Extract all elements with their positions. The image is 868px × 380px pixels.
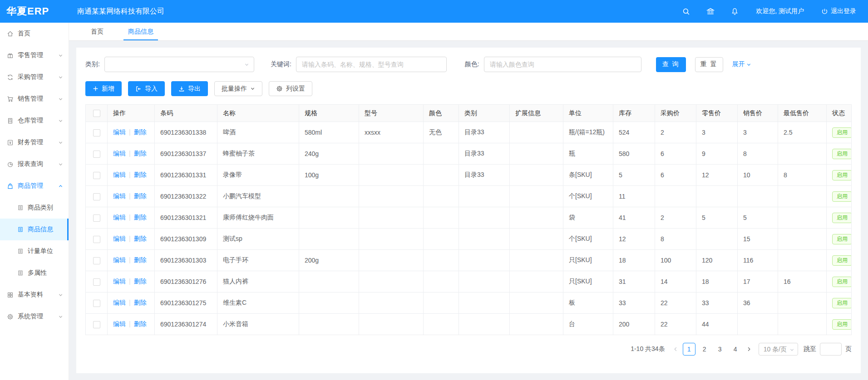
edit-link[interactable]: 编辑	[113, 150, 126, 157]
welcome-text: 欢迎您, 测试用户	[756, 7, 804, 15]
batch-actions-button[interactable]: 批量操作	[214, 81, 262, 96]
finance-icon	[7, 139, 14, 146]
tab-product-info[interactable]: 商品信息	[123, 23, 158, 40]
column-header: 条码	[155, 105, 217, 122]
page-number-1[interactable]: 1	[683, 343, 695, 356]
cell-purchase-price: 2	[655, 207, 696, 229]
sidebar-item-measure-unit[interactable]: 计量单位	[0, 240, 69, 262]
page-size-select[interactable]: 10 条/页	[759, 343, 798, 356]
cell-color	[424, 143, 459, 165]
jump-page-input[interactable]	[820, 343, 842, 356]
delete-link[interactable]: 删除	[134, 192, 147, 200]
sidebar-item-report[interactable]: 报表查询	[0, 153, 69, 175]
row-actions: 编辑|删除	[108, 292, 155, 314]
category-select[interactable]	[104, 57, 254, 72]
logout-button[interactable]: 退出登录	[821, 7, 856, 15]
delete-link[interactable]: 删除	[134, 214, 147, 221]
prev-page-button[interactable]	[670, 343, 681, 356]
search-button[interactable]: 查 询	[656, 57, 686, 72]
color-input[interactable]	[484, 57, 641, 72]
sidebar-item-sales[interactable]: 销售管理	[0, 88, 69, 110]
batch-actions-label: 批量操作	[222, 85, 247, 93]
reset-button[interactable]: 重 置	[695, 57, 723, 72]
sidebar-item-finance[interactable]: 财务管理	[0, 132, 69, 153]
sidebar-item-basic-data[interactable]: 基本资料	[0, 284, 69, 306]
row-checkbox[interactable]	[93, 278, 100, 286]
edit-link[interactable]: 编辑	[113, 192, 126, 200]
page-suffix-label: 页	[845, 345, 852, 353]
page-number-2[interactable]: 2	[698, 343, 711, 356]
cell-min-price	[778, 250, 827, 271]
sidebar-item-warehouse[interactable]: 仓库管理	[0, 110, 69, 132]
cell-color	[424, 292, 459, 314]
product-table: 操作条码名称规格型号颜色类别扩展信息单位库存采购价零售价销售价最低售价状态 编辑…	[85, 104, 852, 335]
cell-spec	[299, 207, 359, 229]
pagination: 1-10 共34条 1234 10 条/页 跳至 页	[85, 343, 852, 356]
sidebar-item-purchase[interactable]: 采购管理	[0, 66, 69, 88]
sidebar-item-label: 多属性	[28, 269, 47, 277]
sidebar-item-product-category[interactable]: 商品类别	[0, 197, 69, 219]
row-checkbox[interactable]	[93, 172, 100, 179]
cell-purchase-price: 100	[655, 250, 696, 271]
edit-link[interactable]: 编辑	[113, 278, 126, 285]
delete-link[interactable]: 删除	[134, 256, 147, 263]
delete-link[interactable]: 删除	[134, 299, 147, 306]
delete-link[interactable]: 删除	[134, 320, 147, 327]
edit-link[interactable]: 编辑	[113, 214, 126, 221]
page-number-3[interactable]: 3	[714, 343, 726, 356]
category-label: 类别:	[85, 60, 100, 68]
sidebar-item-home[interactable]: 首页	[0, 23, 69, 44]
row-checkbox[interactable]	[93, 236, 100, 243]
cell-category	[459, 207, 510, 229]
expand-link[interactable]: 展开	[732, 60, 751, 68]
row-checkbox[interactable]	[93, 257, 100, 264]
column-settings-button[interactable]: 列设置	[269, 81, 312, 96]
cell-retail-price: 3	[696, 122, 738, 143]
cell-category	[459, 186, 510, 207]
select-all-checkbox[interactable]	[93, 110, 100, 117]
page-number-4[interactable]: 4	[729, 343, 742, 356]
cell-spec	[299, 314, 359, 335]
edit-link[interactable]: 编辑	[113, 256, 126, 263]
edit-link[interactable]: 编辑	[113, 171, 126, 178]
row-checkbox[interactable]	[93, 321, 100, 328]
company-name: 南通某某网络科技有限公司	[77, 7, 164, 16]
edit-link[interactable]: 编辑	[113, 299, 126, 306]
sidebar-item-system[interactable]: 系统管理	[0, 306, 69, 327]
delete-link[interactable]: 删除	[134, 235, 147, 242]
row-checkbox[interactable]	[93, 300, 100, 307]
export-button[interactable]: 导出	[171, 81, 208, 96]
action-divider: |	[129, 278, 131, 285]
row-checkbox[interactable]	[93, 214, 100, 222]
row-checkbox[interactable]	[93, 151, 100, 158]
cell-purchase-price: 14	[655, 271, 696, 292]
bell-icon[interactable]	[731, 8, 739, 15]
edit-link[interactable]: 编辑	[113, 128, 126, 136]
edit-link[interactable]: 编辑	[113, 235, 126, 242]
cell-sale-price: 5	[738, 207, 778, 229]
warehouse-icon	[7, 117, 14, 124]
cell-stock: 524	[613, 122, 655, 143]
delete-link[interactable]: 删除	[134, 171, 147, 178]
add-button[interactable]: 新增	[85, 81, 122, 96]
next-page-button[interactable]	[743, 343, 755, 356]
search-icon[interactable]	[682, 8, 690, 15]
delete-link[interactable]: 删除	[134, 150, 147, 157]
cell-color	[424, 207, 459, 229]
delete-link[interactable]: 删除	[134, 278, 147, 285]
sidebar-item-product[interactable]: 商品管理	[0, 175, 69, 197]
delete-link[interactable]: 删除	[134, 128, 147, 136]
bank-icon[interactable]	[706, 7, 715, 15]
edit-link[interactable]: 编辑	[113, 320, 126, 327]
sidebar-item-retail[interactable]: 零售管理	[0, 44, 69, 66]
sidebar-item-multi-attribute[interactable]: 多属性	[0, 262, 69, 284]
tab-home[interactable]: 首页	[86, 23, 108, 40]
row-checkbox[interactable]	[93, 193, 100, 200]
action-divider: |	[129, 192, 131, 200]
sidebar-item-product-info[interactable]: 商品信息	[0, 219, 69, 240]
cell-barcode: 6901236301275	[155, 292, 217, 314]
cell-spec	[299, 186, 359, 207]
keyword-input[interactable]	[296, 57, 447, 72]
import-button[interactable]: 导入	[128, 81, 165, 96]
row-checkbox[interactable]	[93, 129, 100, 136]
